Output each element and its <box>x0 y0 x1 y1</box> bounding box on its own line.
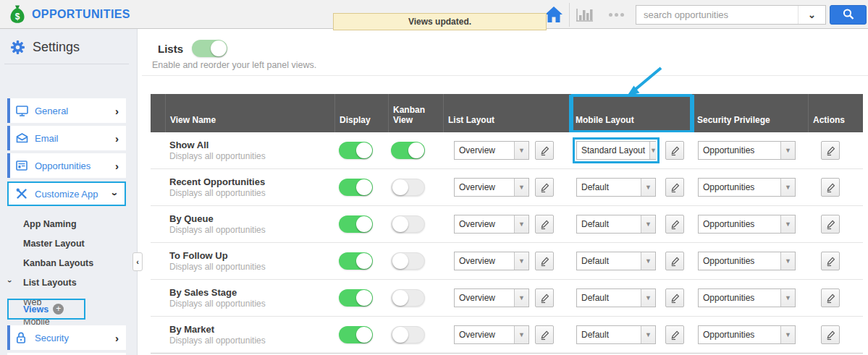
view-description: Displays all opportunities <box>169 262 334 273</box>
security-privilege-select[interactable]: Opportunities ▼ <box>698 141 796 160</box>
kanban-view-toggle[interactable] <box>391 326 425 343</box>
kanban-view-toggle[interactable] <box>391 215 425 233</box>
sidebar-subitem-master-layout[interactable]: Master Layout <box>0 234 130 253</box>
list-layout-select[interactable]: Overview ▼ <box>454 215 529 234</box>
view-name: By Market <box>169 324 334 335</box>
lists-toggle[interactable] <box>192 40 227 57</box>
security-privilege-select[interactable]: Opportunities ▼ <box>698 178 796 197</box>
tools-icon <box>16 188 30 200</box>
edit-list-layout-button[interactable] <box>535 178 554 197</box>
kanban-view-toggle[interactable] <box>391 179 425 196</box>
list-layout-select[interactable]: Overview ▼ <box>454 252 529 270</box>
security-privilege-select[interactable]: Opportunities ▼ <box>698 215 796 234</box>
list-layout-select[interactable]: Overview ▼ <box>454 325 529 344</box>
bar-chart-icon[interactable] <box>574 7 594 23</box>
document-icon <box>16 161 30 171</box>
sidebar-item-label: General <box>35 106 115 116</box>
mobile-layout-select[interactable]: Default ▼ <box>576 178 656 197</box>
sidebar-item-opportunities[interactable]: Opportunities › <box>7 153 126 178</box>
display-toggle[interactable] <box>339 215 373 233</box>
edit-list-layout-button[interactable] <box>535 215 554 234</box>
lock-icon <box>16 332 30 343</box>
dropdown-arrow-icon: ▼ <box>514 326 528 343</box>
sidebar-item-customize-app[interactable]: Customize App › <box>7 181 126 206</box>
mobile-layout-select[interactable]: Default ▼ <box>576 252 656 270</box>
sidebar-subitem-app-naming[interactable]: App Naming <box>0 215 130 234</box>
security-privilege-select[interactable]: Opportunities ▼ <box>698 252 796 270</box>
edit-list-layout-button[interactable] <box>535 288 554 307</box>
view-name: Recent Opportunities <box>169 176 334 188</box>
pencil-icon <box>825 293 836 304</box>
edit-mobile-layout-button[interactable] <box>665 288 684 307</box>
row-actions-edit-button[interactable] <box>821 288 840 307</box>
lists-label: Lists <box>158 43 183 55</box>
display-toggle[interactable] <box>339 252 373 270</box>
list-layout-select[interactable]: Overview ▼ <box>454 178 529 197</box>
pencil-icon <box>825 219 836 230</box>
display-toggle[interactable] <box>339 142 373 159</box>
edit-mobile-layout-button[interactable] <box>665 215 684 234</box>
kanban-view-toggle[interactable] <box>391 142 425 159</box>
security-privilege-select[interactable]: Opportunities ▼ <box>698 288 796 307</box>
subitem-label: List Layouts <box>23 278 77 288</box>
sidebar-subitem-views[interactable]: Views + <box>7 299 85 320</box>
header-cell-mobile-layout: Mobile Layout <box>570 94 692 132</box>
edit-list-layout-button[interactable] <box>535 141 554 160</box>
view-description: Displays all opportunities <box>169 188 334 199</box>
toast-notification: Views updated. <box>333 13 547 30</box>
mobile-layout-select[interactable]: Default ▼ <box>576 325 656 344</box>
gear-icon <box>10 40 25 55</box>
sidebar-item-general[interactable]: General › <box>7 98 126 123</box>
search-input[interactable] <box>636 6 798 24</box>
sidebar-item-email[interactable]: Email › <box>7 126 126 150</box>
search-scope-chevron-icon[interactable]: ⌄ <box>798 6 825 24</box>
dropdown-arrow-icon: ▼ <box>780 215 795 233</box>
mobile-layout-select[interactable]: Default ▼ <box>576 215 656 234</box>
sidebar-item-security[interactable]: Security › <box>7 325 126 350</box>
add-view-plus-icon[interactable]: + <box>53 304 64 315</box>
row-actions-edit-button[interactable] <box>821 252 840 270</box>
sidebar-subitem-kanban-layouts[interactable]: Kanban Layouts <box>0 254 130 273</box>
row-actions-edit-button[interactable] <box>821 141 840 160</box>
mobile-layout-select[interactable]: Standard Layout ▼ <box>576 141 656 160</box>
list-layout-select[interactable]: Overview ▼ <box>454 288 529 307</box>
dropdown-arrow-icon: ▼ <box>641 215 655 233</box>
search-button[interactable] <box>830 5 867 25</box>
edit-mobile-layout-button[interactable] <box>665 141 684 160</box>
lists-section-header: Lists <box>158 40 227 57</box>
table-row: By Queue Displays all opportunities Over… <box>151 206 863 243</box>
settings-divider <box>4 64 129 64</box>
edit-list-layout-button[interactable] <box>535 325 554 344</box>
header-cell-kanban-view: Kanban View <box>388 94 443 132</box>
table-header: View Name Display Kanban View List Layou… <box>151 94 863 132</box>
display-toggle[interactable] <box>339 326 373 343</box>
list-layout-select[interactable]: Overview ▼ <box>454 141 529 160</box>
kanban-view-toggle[interactable] <box>391 252 425 270</box>
sidebar-subitem-list-layouts[interactable]: › List Layouts <box>0 273 130 292</box>
dropdown-arrow-icon: ▼ <box>641 179 655 196</box>
pencil-icon <box>539 330 550 341</box>
monitor-icon <box>16 106 30 116</box>
table-row: Recent Opportunities Displays all opport… <box>151 169 863 206</box>
more-dots-icon[interactable] <box>609 13 624 17</box>
topbar-divider <box>569 3 570 27</box>
edit-list-layout-button[interactable] <box>535 252 554 270</box>
edit-mobile-layout-button[interactable] <box>665 178 684 197</box>
pencil-icon <box>539 256 550 267</box>
display-toggle[interactable] <box>339 179 373 196</box>
sidebar-item-label: Customize App <box>35 189 114 200</box>
edit-mobile-layout-button[interactable] <box>665 252 684 270</box>
view-description: Displays all opportunities <box>169 151 334 162</box>
subitem-label: Master Layout <box>23 239 85 249</box>
kanban-view-toggle[interactable] <box>391 289 425 307</box>
edit-mobile-layout-button[interactable] <box>665 325 684 344</box>
row-actions-edit-button[interactable] <box>821 215 840 234</box>
display-toggle[interactable] <box>339 289 373 307</box>
row-actions-edit-button[interactable] <box>821 325 840 344</box>
row-actions-edit-button[interactable] <box>821 178 840 197</box>
sidebar-collapse-handle[interactable]: ‹ <box>132 252 143 271</box>
security-privilege-select[interactable]: Opportunities ▼ <box>698 325 796 344</box>
table-row: By Sales Stage Displays all opportunitie… <box>151 280 863 317</box>
mobile-layout-select[interactable]: Default ▼ <box>576 288 656 307</box>
views-table: View Name Display Kanban View List Layou… <box>151 94 863 354</box>
